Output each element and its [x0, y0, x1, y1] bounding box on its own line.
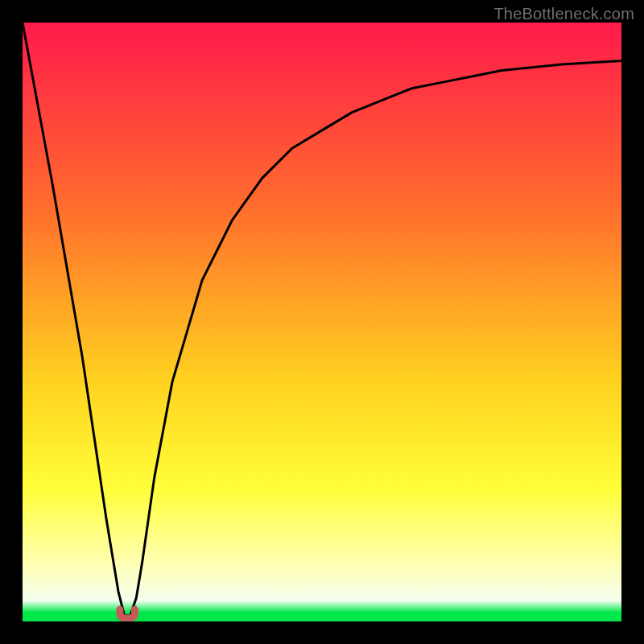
watermark-label: TheBottleneck.com	[493, 5, 634, 23]
plot-area	[23, 23, 621, 621]
gradient-background	[23, 23, 621, 621]
chart-frame: TheBottleneck.com	[0, 0, 644, 644]
bottleneck-chart	[23, 23, 621, 621]
